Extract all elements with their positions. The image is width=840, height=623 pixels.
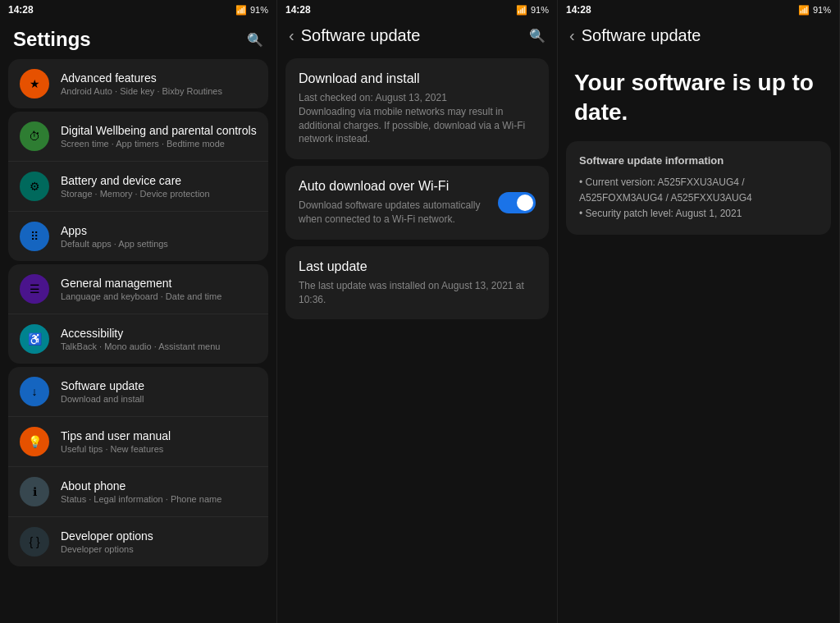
settings-item-apps[interactable]: ⠿ Apps Default apps · App settings — [8, 212, 268, 261]
accessibility-subtitle: TalkBack · Mono audio · Assistant menu — [61, 341, 220, 351]
last-update-title: Last update — [299, 259, 536, 274]
auto-download-title: Auto download over Wi-Fi — [299, 179, 498, 194]
info-line: • Current version: A525FXXU3AUG4 / — [579, 175, 818, 190]
settings-item-digital-wellbeing[interactable]: ⏱ Digital Wellbeing and parental control… — [8, 112, 268, 162]
up-to-date-panel: 14:28 📶 91% ‹ Software update Your softw… — [558, 0, 840, 623]
accessibility-title: Accessibility — [61, 327, 220, 340]
signal-left: 📶 91% — [235, 5, 268, 16]
advanced-features-icon: ★ — [20, 69, 49, 98]
search-icon-middle[interactable]: 🔍 — [529, 28, 546, 44]
auto-download-subtitle: Download software updates automatically … — [299, 199, 498, 227]
back-icon-middle[interactable]: ‹ — [289, 26, 294, 45]
accessibility-icon: ♿ — [20, 324, 49, 354]
battery-care-subtitle: Storage · Memory · Device protection — [61, 189, 210, 199]
battery-care-icon: ⚙ — [20, 172, 49, 201]
signal-icon-middle: 📶 — [516, 5, 527, 16]
settings-item-advanced-features[interactable]: ★ Advanced features Android Auto · Side … — [8, 59, 268, 108]
settings-item-general-management[interactable]: ☰ General management Language and keyboa… — [8, 264, 268, 314]
update-card-auto-download[interactable]: Auto download over Wi-Fi Download softwa… — [285, 166, 549, 240]
settings-group: ⏱ Digital Wellbeing and parental control… — [8, 112, 268, 261]
info-card-title: Software update information — [579, 154, 818, 167]
general-management-title: General management — [61, 277, 221, 290]
settings-item-developer-options[interactable]: { } Developer options Developer options — [8, 517, 268, 566]
battery-middle: 91% — [531, 5, 549, 15]
signal-right: 📶 91% — [798, 5, 831, 16]
status-bar-left: 14:28 📶 91% — [0, 0, 276, 20]
developer-options-subtitle: Developer options — [61, 544, 153, 554]
advanced-features-title: Advanced features — [61, 71, 222, 85]
back-icon-right[interactable]: ‹ — [569, 26, 575, 45]
digital-wellbeing-subtitle: Screen time · App timers · Bedtime mode — [61, 139, 257, 149]
last-update-subtitle: The last update was installed on August … — [299, 279, 536, 307]
tips-manual-icon: 💡 — [20, 427, 49, 456]
advanced-features-subtitle: Android Auto · Side key · Bixby Routines — [61, 86, 222, 96]
software-update-title: Software update — [301, 26, 421, 45]
time-left: 14:28 — [8, 4, 34, 16]
up-to-date-message: Your software is up to date. — [558, 52, 839, 141]
status-bar-middle: 14:28 📶 91% — [277, 0, 557, 20]
about-phone-title: About phone — [61, 479, 221, 492]
right-panel-title: Software update — [582, 26, 701, 45]
battery-left: 91% — [250, 5, 268, 15]
right-panel-header: ‹ Software update — [558, 20, 839, 52]
general-management-icon: ☰ — [20, 274, 49, 304]
tips-manual-title: Tips and user manual — [61, 429, 171, 442]
time-right: 14:28 — [566, 4, 591, 16]
download-install-title: Download and install — [299, 71, 536, 86]
settings-item-battery-care[interactable]: ⚙ Battery and device care Storage · Memo… — [8, 162, 268, 212]
status-bar-right: 14:28 📶 91% — [558, 0, 839, 20]
settings-item-software-update[interactable]: ↓ Software update Download and install — [8, 367, 268, 417]
software-update-header: ‹ Software update 🔍 — [277, 20, 557, 52]
signal-icon: 📶 — [235, 5, 247, 16]
developer-options-icon: { } — [20, 527, 49, 557]
general-management-subtitle: Language and keyboard · Date and time — [61, 291, 221, 301]
info-card-body: • Current version: A525FXXU3AUG4 / A525F… — [579, 175, 818, 222]
settings-group: ☰ General management Language and keyboa… — [8, 264, 268, 364]
settings-list: ★ Advanced features Android Auto · Side … — [0, 56, 276, 623]
search-icon[interactable]: 🔍 — [247, 32, 263, 48]
about-phone-icon: ℹ — [20, 477, 49, 506]
auto-download-toggle[interactable] — [498, 192, 536, 213]
update-list: Download and install Last checked on: Au… — [277, 52, 557, 326]
software-update-subtitle: Download and install — [61, 394, 144, 404]
time-middle: 14:28 — [285, 4, 311, 16]
settings-header: Settings 🔍 — [0, 20, 276, 56]
settings-panel: 14:28 📶 91% Settings 🔍 ★ Advanced featur… — [0, 0, 277, 623]
settings-group: ↓ Software update Download and install 💡… — [8, 367, 268, 566]
software-info-card: Software update information • Current ve… — [566, 141, 831, 236]
settings-item-accessibility[interactable]: ♿ Accessibility TalkBack · Mono audio · … — [8, 314, 268, 364]
info-line: • Security patch level: August 1, 2021 — [579, 206, 818, 222]
signal-icon-right: 📶 — [798, 5, 810, 16]
digital-wellbeing-title: Digital Wellbeing and parental controls — [61, 124, 257, 137]
settings-item-tips-manual[interactable]: 💡 Tips and user manual Useful tips · New… — [8, 417, 268, 467]
update-card-last-update[interactable]: Last update The last update was installe… — [285, 246, 549, 320]
download-install-subtitle: Last checked on: August 13, 2021Download… — [299, 91, 536, 146]
apps-title: Apps — [61, 224, 168, 237]
apps-icon: ⠿ — [20, 222, 49, 251]
software-update-title: Software update — [61, 379, 144, 392]
digital-wellbeing-icon: ⏱ — [20, 121, 49, 151]
apps-subtitle: Default apps · App settings — [61, 239, 168, 249]
about-phone-subtitle: Status · Legal information · Phone name — [61, 494, 221, 504]
tips-manual-subtitle: Useful tips · New features — [61, 444, 171, 454]
software-update-panel: 14:28 📶 91% ‹ Software update 🔍 Download… — [277, 0, 558, 623]
signal-middle: 📶 91% — [516, 5, 549, 16]
update-card-download-install[interactable]: Download and install Last checked on: Au… — [285, 58, 549, 159]
settings-header-icons: 🔍 — [247, 32, 263, 48]
software-update-icon: ↓ — [20, 377, 49, 406]
battery-care-title: Battery and device care — [61, 174, 210, 187]
info-line: A525FOXM3AUG4 / A525FXXU3AUG4 — [579, 190, 818, 206]
developer-options-title: Developer options — [61, 529, 153, 543]
battery-right: 91% — [813, 5, 831, 15]
settings-item-about-phone[interactable]: ℹ About phone Status · Legal information… — [8, 467, 268, 517]
settings-title: Settings — [13, 28, 91, 51]
settings-group: ★ Advanced features Android Auto · Side … — [8, 59, 268, 108]
